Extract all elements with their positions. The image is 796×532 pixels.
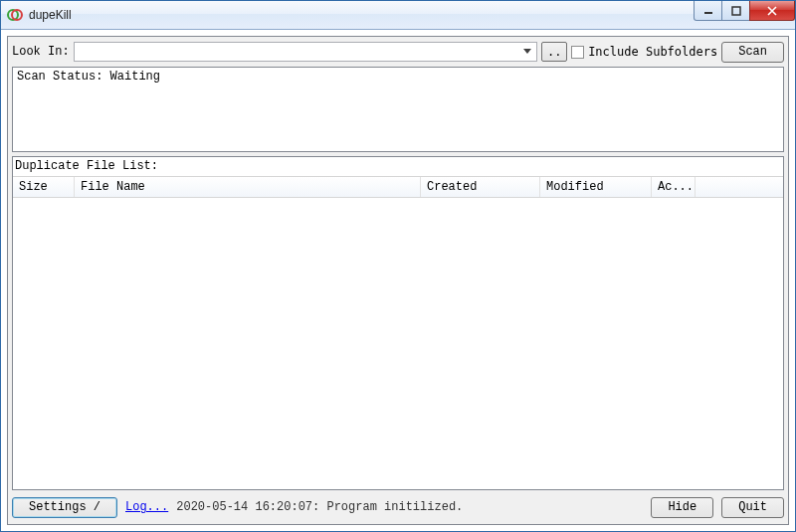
column-modified[interactable]: Modified bbox=[540, 177, 652, 197]
log-link[interactable]: Log... bbox=[125, 500, 168, 514]
look-in-label: Look In: bbox=[12, 45, 70, 59]
scan-status-box: Scan Status: Waiting bbox=[12, 67, 784, 152]
maximize-button[interactable] bbox=[721, 1, 750, 21]
window-title: dupeKill bbox=[29, 8, 695, 22]
look-in-input[interactable] bbox=[79, 44, 521, 60]
scan-status-text: Scan Status: Waiting bbox=[17, 70, 160, 84]
hide-button[interactable]: Hide bbox=[651, 497, 713, 518]
list-body[interactable] bbox=[13, 198, 783, 489]
look-in-combo[interactable] bbox=[74, 42, 538, 62]
column-size[interactable]: Size bbox=[13, 177, 75, 197]
browse-button[interactable]: .. bbox=[541, 42, 567, 62]
column-action[interactable]: Ac... bbox=[652, 177, 696, 197]
log-text: 2020-05-14 16:20:07: Program initilized. bbox=[176, 500, 463, 514]
quit-button[interactable]: Quit bbox=[721, 497, 784, 518]
svg-rect-2 bbox=[704, 12, 712, 14]
app-icon bbox=[7, 7, 23, 23]
client-area: Look In: .. Include Subfolders Scan Scan… bbox=[7, 36, 789, 525]
close-button[interactable] bbox=[749, 1, 795, 21]
app-window: dupeKill Look In: .. bbox=[0, 0, 796, 532]
duplicate-list-caption: Duplicate File List: bbox=[13, 159, 783, 176]
footer-bar: Settings / Log... 2020-05-14 16:20:07: P… bbox=[12, 494, 784, 520]
chevron-down-icon[interactable] bbox=[520, 44, 534, 60]
settings-button[interactable]: Settings / bbox=[12, 497, 117, 518]
scan-button[interactable]: Scan bbox=[721, 42, 784, 63]
minimize-button[interactable] bbox=[694, 1, 722, 21]
column-created[interactable]: Created bbox=[421, 177, 540, 197]
include-subfolders-checkbox[interactable]: Include Subfolders bbox=[571, 45, 717, 59]
window-controls bbox=[695, 1, 795, 21]
svg-rect-3 bbox=[732, 7, 740, 15]
checkbox-box[interactable] bbox=[571, 46, 584, 59]
include-subfolders-label: Include Subfolders bbox=[588, 45, 717, 59]
duplicate-list-section: Duplicate File List: Size File Name Crea… bbox=[12, 156, 784, 490]
column-spacer bbox=[696, 177, 783, 197]
list-header: Size File Name Created Modified Ac... bbox=[13, 176, 783, 198]
toolbar: Look In: .. Include Subfolders Scan bbox=[12, 41, 784, 63]
column-file-name[interactable]: File Name bbox=[75, 177, 421, 197]
title-bar[interactable]: dupeKill bbox=[1, 1, 795, 30]
